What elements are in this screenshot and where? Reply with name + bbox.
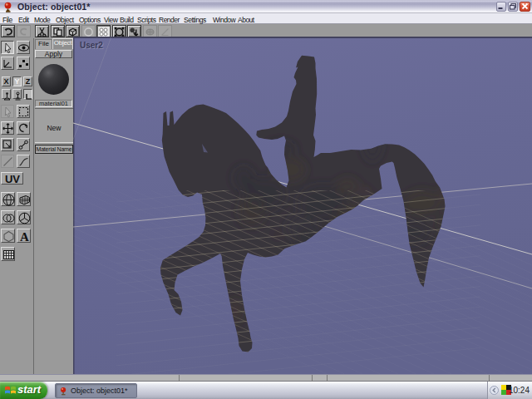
svg-text:User2: User2 xyxy=(80,41,103,50)
svg-text:A: A xyxy=(20,230,29,244)
svg-text:UV: UV xyxy=(5,173,20,185)
